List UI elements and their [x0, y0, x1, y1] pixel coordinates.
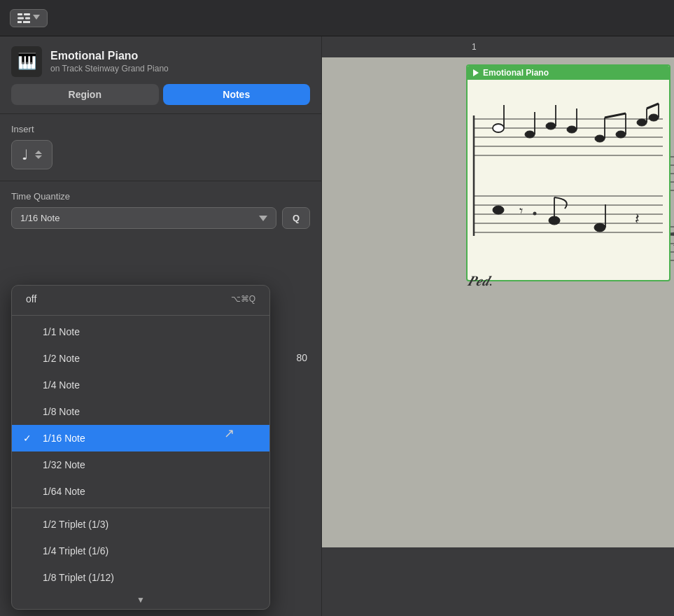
quantize-label: Time Quantize — [11, 191, 310, 202]
track-subtitle: on Track Steinway Grand Piano — [50, 64, 169, 74]
svg-rect-3 — [25, 17, 30, 19]
item-1-4t-label: 1/4 Triplet (1/6) — [43, 545, 108, 556]
dropdown-show-more[interactable]: ▼ — [12, 591, 269, 609]
smart-controls-button[interactable] — [10, 9, 48, 27]
svg-point-56 — [533, 212, 537, 216]
dropdown-item-1-32[interactable]: 1/32 Note — [12, 451, 269, 478]
svg-text:𝄾: 𝄾 — [519, 208, 523, 214]
dropdown-divider-1 — [12, 315, 269, 316]
svg-point-54 — [493, 206, 504, 214]
svg-point-59 — [594, 223, 605, 232]
off-shortcut: ⌥⌘Q — [231, 294, 255, 304]
q-button[interactable]: Q — [282, 207, 310, 229]
quantize-dropdown: off ⌥⌘Q 1/1 Note 1/2 Note 1/4 Note 1/8 N… — [11, 285, 270, 610]
region-header: Emotional Piano — [468, 66, 669, 80]
region-name: Emotional Piano — [483, 68, 549, 78]
svg-line-43 — [605, 113, 626, 118]
track-header: 🎹 Emotional Piano on Track Steinway Gran… — [0, 36, 321, 84]
svg-point-37 — [567, 126, 577, 133]
dropdown-item-1-2-triplet[interactable]: 1/2 Triplet (1/3) — [12, 511, 269, 538]
svg-point-39 — [595, 135, 605, 142]
region-tab[interactable]: Region — [11, 84, 159, 105]
svg-point-31 — [493, 124, 504, 132]
item-1-64-label: 1/64 Note — [43, 486, 85, 497]
strength-area: 80 — [296, 351, 307, 364]
insert-label: Insert — [0, 124, 321, 140]
note-stepper[interactable]: ♩ — [11, 140, 52, 169]
svg-point-44 — [637, 119, 647, 126]
svg-text:𝄽: 𝄽 — [636, 214, 639, 223]
dropdown-item-1-16[interactable]: ✓ 1/16 Note — [12, 425, 269, 451]
item-1-32-label: 1/32 Note — [43, 459, 85, 470]
svg-marker-5 — [23, 21, 30, 23]
sheet-music-content: 𝄾 𝄽 — [468, 80, 669, 277]
item-1-8t-label: 1/8 Triplet (1/12) — [43, 572, 114, 583]
dropdown-item-1-8-triplet[interactable]: 1/8 Triplet (1/12) — [12, 564, 269, 591]
quantize-section: Time Quantize 1/16 Note Q — [0, 191, 321, 237]
svg-point-35 — [546, 122, 556, 130]
dropdown-item-1-1[interactable]: 1/1 Note — [12, 318, 269, 345]
track-info: Emotional Piano on Track Steinway Grand … — [50, 50, 169, 74]
dropdown-item-1-4-triplet[interactable]: 1/4 Triplet (1/6) — [12, 538, 269, 564]
track-name: Emotional Piano — [50, 50, 169, 62]
item-1-8-label: 1/8 Note — [43, 406, 80, 417]
item-1-2t-label: 1/2 Triplet (1/3) — [43, 519, 108, 530]
show-more-icon: ▼ — [136, 595, 145, 605]
svg-point-33 — [525, 131, 535, 138]
quantize-row: 1/16 Note Q — [11, 207, 310, 229]
left-panel: 🎹 Emotional Piano on Track Steinway Gran… — [0, 36, 322, 616]
strength-value: 80 — [296, 352, 307, 363]
track-icon: 🎹 — [11, 46, 42, 77]
region-play-icon — [473, 69, 479, 76]
check-mark-icon: ✓ — [23, 433, 31, 444]
note-icon: ♩ — [22, 146, 28, 163]
off-label: off — [26, 293, 36, 304]
item-1-1-label: 1/1 Note — [43, 326, 80, 337]
svg-line-48 — [647, 104, 659, 108]
ped-marking: 𝑷𝒆𝒅. — [468, 273, 493, 289]
quantize-value: 1/16 Note — [20, 213, 59, 223]
svg-rect-0 — [17, 13, 22, 15]
svg-marker-6 — [33, 15, 40, 20]
svg-rect-2 — [17, 17, 24, 19]
item-1-4-label: 1/4 Note — [43, 379, 80, 391]
svg-point-46 — [649, 114, 659, 121]
svg-rect-1 — [24, 13, 30, 15]
svg-marker-4 — [17, 21, 22, 23]
insert-divider — [0, 181, 321, 181]
stepper-up-arrow — [35, 150, 42, 154]
sheet-music-svg: 𝄾 𝄽 — [470, 84, 666, 273]
dropdown-item-1-2[interactable]: 1/2 Note — [12, 345, 269, 372]
dropdown-item-off[interactable]: off ⌥⌘Q — [12, 286, 269, 312]
quantize-select[interactable]: 1/16 Note — [11, 207, 276, 229]
stepper-down-arrow — [35, 155, 42, 159]
dropdown-item-1-4[interactable]: 1/4 Note — [12, 372, 269, 398]
timeline-marker: 1 — [472, 42, 477, 52]
dropdown-item-1-64[interactable]: 1/64 Note — [12, 478, 269, 505]
insert-control: ♩ — [0, 140, 321, 181]
tab-bar: Region Notes — [0, 84, 321, 113]
tab-divider — [0, 113, 321, 114]
svg-text:𝄢: 𝄢 — [671, 225, 674, 257]
item-1-2-label: 1/2 Note — [43, 353, 80, 364]
dropdown-item-1-8[interactable]: 1/8 Note — [12, 398, 269, 425]
dropdown-divider-2 — [12, 507, 269, 508]
svg-marker-7 — [259, 216, 267, 221]
top-bar — [0, 0, 674, 36]
stepper-arrows — [35, 150, 42, 159]
svg-point-41 — [616, 131, 626, 138]
item-1-16-label: 1/16 Note — [43, 433, 85, 444]
sheet-music-region: Emotional Piano — [466, 64, 671, 281]
notes-tab[interactable]: Notes — [163, 84, 311, 105]
